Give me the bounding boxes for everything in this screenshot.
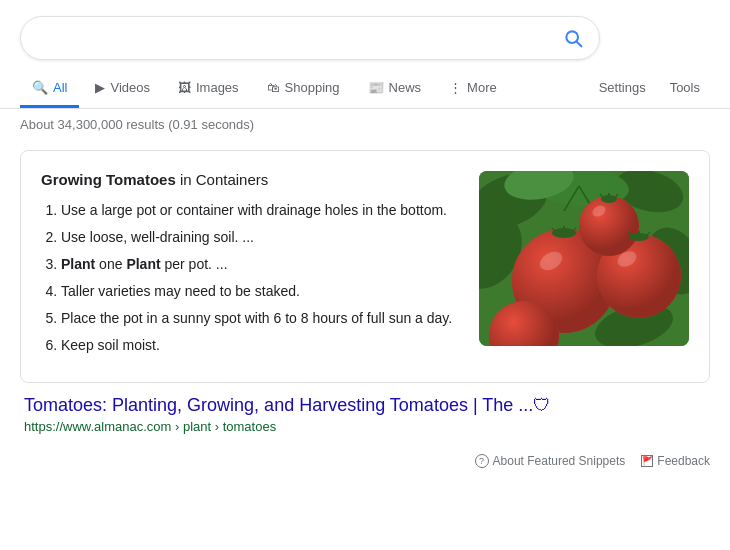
search-bar: how to grow tomato plants (20, 16, 600, 60)
footer: ? About Featured Snippets 🚩 Feedback (0, 444, 730, 478)
more-icon: ⋮ (449, 80, 462, 95)
search-icon (563, 28, 583, 48)
feedback-icon: 🚩 (641, 455, 653, 467)
shopping-icon: 🛍 (267, 80, 280, 95)
tab-all[interactable]: 🔍 All (20, 70, 79, 108)
list-item: Taller varieties may need to be staked. (61, 281, 459, 302)
tab-images[interactable]: 🖼 Images (166, 70, 251, 108)
tab-more[interactable]: ⋮ More (437, 70, 509, 108)
tab-all-label: All (53, 80, 67, 95)
tab-videos[interactable]: ▶ Videos (83, 70, 162, 108)
result-steps-list: Use a large pot or container with draina… (41, 200, 459, 356)
all-icon: 🔍 (32, 80, 48, 95)
settings-button[interactable]: Settings (589, 70, 656, 108)
list-item: Keep soil moist. (61, 335, 459, 356)
result-title-bold: Growing Tomatoes (41, 171, 176, 188)
videos-icon: ▶ (95, 80, 105, 95)
search-bar-container: how to grow tomato plants (0, 0, 730, 70)
news-icon: 📰 (368, 80, 384, 95)
featured-snippets-icon: ? (475, 454, 489, 468)
result-title-rest: in Containers (176, 171, 269, 188)
tab-images-label: Images (196, 80, 239, 95)
search-button[interactable] (563, 28, 583, 48)
feedback-label: Feedback (657, 454, 710, 468)
step3-tomato-bold: Plant (126, 256, 160, 272)
result-content: Growing Tomatoes in Containers Use a lar… (41, 171, 459, 362)
nav-tabs: 🔍 All ▶ Videos 🖼 Images 🛍 Shopping 📰 New… (0, 70, 730, 109)
svg-point-17 (579, 196, 639, 256)
source-url: https://www.almanac.com › plant › tomato… (24, 419, 276, 434)
list-item: Use loose, well-draining soil. ... (61, 227, 459, 248)
tab-more-label: More (467, 80, 497, 95)
list-item: Place the pot in a sunny spot with 6 to … (61, 308, 459, 329)
settings-tools-container: Settings Tools (589, 70, 710, 108)
tools-button[interactable]: Tools (660, 70, 710, 108)
svg-line-1 (577, 42, 582, 47)
source-title-link[interactable]: Tomatoes: Planting, Growing, and Harvest… (24, 395, 706, 416)
tab-shopping-label: Shopping (285, 80, 340, 95)
tab-news[interactable]: 📰 News (356, 70, 434, 108)
step3-plant-bold: Plant (61, 256, 95, 272)
featured-snippets-label: About Featured Snippets (493, 454, 626, 468)
tab-videos-label: Videos (110, 80, 150, 95)
tomato-svg (479, 171, 689, 346)
images-icon: 🖼 (178, 80, 191, 95)
result-image (479, 171, 689, 346)
result-card: Growing Tomatoes in Containers Use a lar… (20, 150, 710, 383)
list-item: Use a large pot or container with draina… (61, 200, 459, 221)
feedback-link[interactable]: 🚩 Feedback (641, 454, 710, 468)
search-input[interactable]: how to grow tomato plants (37, 29, 563, 47)
result-title: Growing Tomatoes in Containers (41, 171, 459, 188)
tab-shopping[interactable]: 🛍 Shopping (255, 70, 352, 108)
source-link-container: Tomatoes: Planting, Growing, and Harvest… (20, 395, 710, 434)
results-count: About 34,300,000 results (0.91 seconds) (0, 109, 730, 140)
tab-news-label: News (389, 80, 422, 95)
featured-snippets-link[interactable]: ? About Featured Snippets (475, 454, 626, 468)
list-item: Plant one Plant per pot. ... (61, 254, 459, 275)
